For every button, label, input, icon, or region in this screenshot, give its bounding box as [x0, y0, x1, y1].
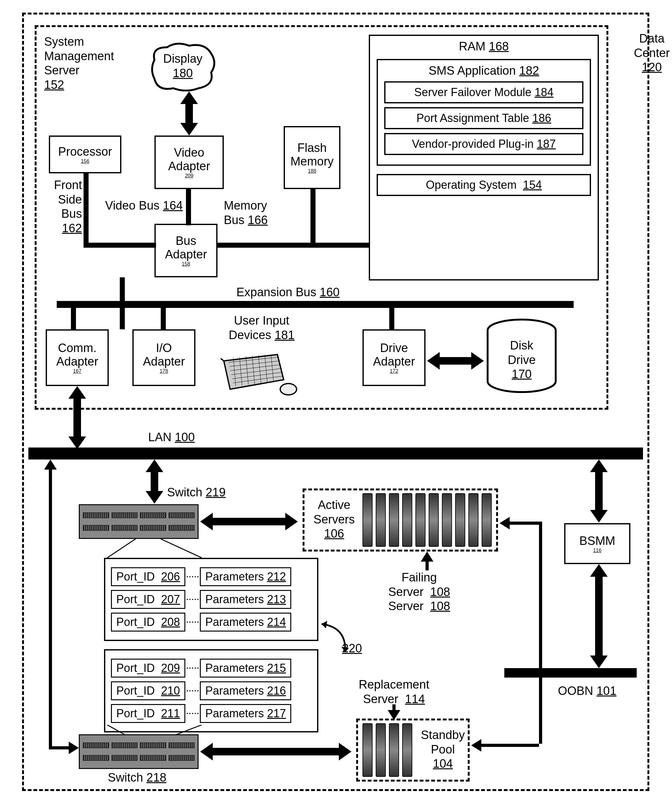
lan-to-bsmm-arrow [592, 460, 605, 522]
lower-row-1: Port_ID 210 Parameters 216 [111, 681, 311, 700]
switch-to-active-arrow [200, 512, 298, 531]
expbus-stub-2 [161, 307, 166, 329]
active-servers-label: Active Servers106 [309, 498, 359, 541]
port-table-upper: Port_ID 206 Parameters 212 Port_ID 207 P… [104, 558, 318, 641]
front-side-bus-line [83, 173, 89, 246]
failing-arrow [422, 551, 432, 571]
replacement-label: ReplacementServer 114 [347, 678, 441, 706]
expbus-stub-3 [389, 307, 394, 329]
sms-label: System Management Server152 [44, 35, 126, 92]
svg-point-13 [280, 384, 296, 395]
oobn-down [536, 678, 545, 744]
display-block: Display180 [148, 41, 218, 91]
os-block: Operating System 154 [377, 174, 591, 196]
port-assign-block: Port Assignment Table 186 [384, 107, 583, 129]
keyboard-icon [221, 345, 299, 399]
bus-adapter-block: Bus Adapter 158 [155, 224, 218, 277]
svg-line-16 [161, 539, 202, 558]
oobn-to-standby [471, 741, 539, 750]
disk-drive-block: Disk Drive170 [485, 318, 558, 394]
display-arrow [183, 91, 195, 135]
switch-218 [79, 734, 199, 769]
lan-label: LAN 100 [148, 430, 218, 445]
standby-pool-label: Standby Pool104 [418, 728, 468, 771]
switch219-arrow [148, 460, 161, 504]
to-switch218 [49, 743, 79, 753]
drive-adapter-block: Drive Adapter 172 [363, 329, 426, 386]
io-adapter-block: I/O Adapter 178 [132, 329, 195, 386]
failover-block: Server Failover Module 184 [384, 81, 583, 103]
mapping-220-label: 220 [342, 641, 370, 656]
oobn-bar [504, 668, 637, 678]
svg-line-15 [107, 539, 135, 558]
memory-bus-h [217, 243, 371, 248]
oobn-to-active [500, 519, 539, 528]
processor-block: Processor 156 [49, 135, 121, 173]
bsmm-block: BSMM 116 [564, 523, 630, 564]
flash-bus-v [311, 189, 316, 246]
expansion-bus-label: Expansion Bus 160 [236, 285, 363, 300]
lower-row-2: Port_ID 211 Parameters 217 [111, 704, 311, 723]
failing-server-label-fix: FailingServer 108 [378, 571, 460, 599]
fsb-label: Front Side Bus162 [47, 178, 82, 236]
upper-row-2: Port_ID 208 Parameters 214 [111, 613, 311, 632]
upper-row-0: Port_ID 206 Parameters 212 [111, 567, 311, 586]
video-bus-line [186, 189, 191, 225]
switch218-label: Switch 218 [98, 770, 177, 785]
sms-app-block: SMS Application 182 Server Failover Modu… [377, 59, 591, 166]
active-servers-graphic [363, 493, 492, 547]
lower-row-0: Port_ID 209 Parameters 215 [111, 659, 311, 678]
oobn-label: OOBN 101 [558, 684, 640, 698]
drive-to-disk-arrow [427, 351, 484, 370]
expbus-stub-1 [71, 307, 76, 329]
front-side-bus-h [83, 243, 156, 248]
switch-219 [79, 504, 199, 539]
lan-bar [28, 447, 643, 460]
port-table-lower: Port_ID 209 Parameters 215 Port_ID 210 P… [104, 649, 318, 732]
ram-block: RAM 168 SMS Application 182 Server Failo… [369, 35, 599, 281]
comm-adapter-block: Comm. Adapter 167 [46, 329, 109, 386]
switch219-label: Switch 219 [167, 485, 239, 500]
plugin-block: Vendor-provided Plug-in 187 [384, 133, 583, 155]
bsmm-to-oobn-arrow [592, 564, 605, 668]
expansion-bus [57, 301, 574, 308]
data-center-label: Data Center120 [623, 31, 672, 75]
comm-to-lan-arrow [71, 386, 83, 449]
lan-left-v [49, 470, 52, 747]
busadapter-down [120, 277, 125, 302]
replacement-arrow [389, 704, 399, 720]
standby-servers-graphic [363, 723, 412, 777]
memory-bus-label: Memory Bus 166 [224, 198, 293, 227]
flash-memory-block: Flash Memory 188 [284, 126, 340, 189]
switch218-to-standby [200, 742, 351, 761]
callout-219 [107, 539, 202, 558]
user-input-label: User Input Devices 181 [221, 314, 303, 342]
upper-row-1: Port_ID 207 Parameters 213 [111, 590, 311, 609]
oobn-up [536, 522, 545, 669]
video-bus-label: Video Bus 164 [94, 198, 183, 213]
video-adapter-block: Video Adapter 209 [155, 135, 224, 189]
